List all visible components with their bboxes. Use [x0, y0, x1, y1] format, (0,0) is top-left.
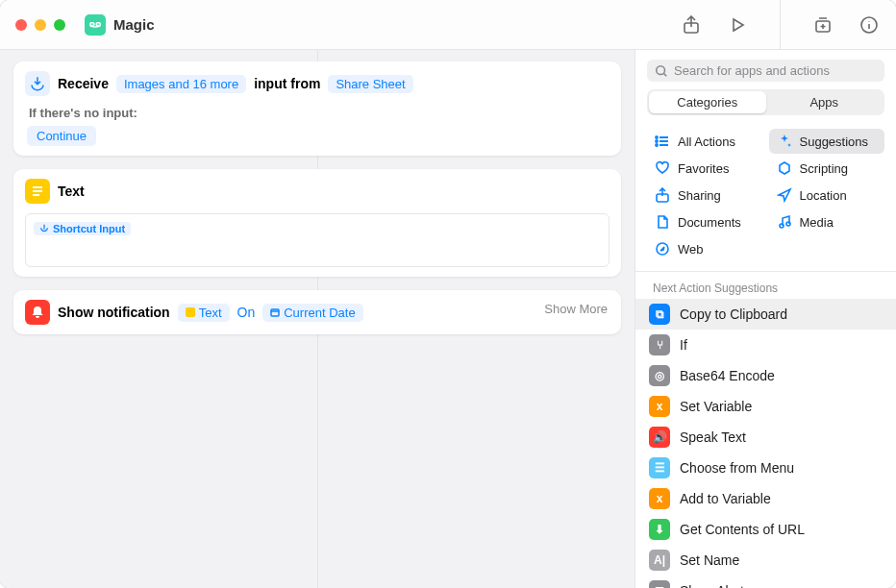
category-label: Documents	[678, 215, 741, 230]
category-documents[interactable]: Documents	[647, 209, 763, 234]
category-label: Scripting	[800, 161, 849, 176]
notification-title-token[interactable]: Text	[178, 304, 230, 322]
suggestion-copy-to-clipboard[interactable]: ⧉Copy to Clipboard	[635, 299, 896, 330]
category-favorites[interactable]: Favorites	[647, 156, 763, 181]
text-icon	[25, 179, 50, 204]
suggestion-label: Choose from Menu	[680, 460, 794, 476]
receive-action-card[interactable]: Receive Images and 16 more input from Sh…	[13, 61, 621, 156]
receive-verb: Receive	[58, 76, 109, 91]
suggestion-if[interactable]: ⑂If	[635, 330, 896, 360]
suggestion-show-alert[interactable]: ⊡Show Alert	[635, 576, 896, 588]
suggestion-icon: ⬇	[649, 519, 670, 540]
suggestion-choose-from-menu[interactable]: ☰Choose from Menu	[635, 453, 896, 483]
category-label: Favorites	[678, 161, 729, 176]
suggestion-icon: x	[649, 488, 670, 509]
workflow-editor[interactable]: Receive Images and 16 more input from Sh…	[0, 50, 635, 588]
minimize-window[interactable]	[35, 19, 46, 31]
category-web[interactable]: Web	[647, 236, 763, 261]
suggestion-icon: x	[649, 396, 670, 417]
suggestion-label: If	[680, 337, 687, 353]
show-more-button[interactable]: Show More	[544, 302, 608, 316]
library-button[interactable]	[811, 13, 834, 37]
suggestion-icon: A|	[649, 550, 670, 571]
svg-point-7	[657, 65, 665, 74]
info-button[interactable]	[858, 13, 881, 37]
suggestion-label: Speak Text	[680, 429, 746, 445]
action-library: Categories Apps All ActionsSuggestionsFa…	[635, 50, 896, 588]
notification-action-card[interactable]: Show More Show notification Text On Curr…	[13, 290, 621, 334]
category-scripting[interactable]: Scripting	[769, 156, 885, 181]
category-location[interactable]: Location	[769, 183, 885, 208]
search-field-container[interactable]	[647, 60, 884, 82]
search-input[interactable]	[674, 63, 877, 78]
svg-point-10	[656, 144, 658, 146]
notification-on: On	[237, 305, 256, 320]
pointer-icon	[777, 187, 792, 203]
run-button[interactable]	[726, 13, 749, 37]
shortcut-input-token[interactable]: Shortcut Input	[34, 222, 131, 235]
tab-apps[interactable]: Apps	[766, 91, 884, 113]
category-all-actions[interactable]: All Actions	[647, 129, 763, 154]
svg-rect-1	[96, 22, 100, 25]
suggestion-label: Set Variable	[680, 399, 752, 414]
shortcut-title[interactable]: Magic	[113, 16, 155, 33]
category-label: Location	[800, 188, 847, 203]
suggestion-icon: ◎	[649, 365, 670, 386]
category-label: Media	[800, 215, 834, 230]
svg-point-9	[656, 140, 658, 142]
category-suggestions[interactable]: Suggestions	[769, 129, 885, 154]
suggestion-icon: ⊡	[649, 580, 670, 588]
category-label: Suggestions	[800, 135, 869, 149]
suggestion-icon: ⑂	[649, 334, 670, 355]
receive-types-token[interactable]: Images and 16 more	[116, 75, 246, 93]
svg-rect-6	[271, 309, 279, 316]
svg-point-12	[780, 224, 784, 228]
notification-title: Show notification	[58, 305, 170, 320]
category-label: Web	[678, 242, 704, 257]
suggestion-base64-encode[interactable]: ◎Base64 Encode	[635, 360, 896, 391]
suggestions-header: Next Action Suggestions	[635, 272, 896, 299]
share-icon	[655, 187, 670, 203]
category-grid: All ActionsSuggestionsFavoritesScripting…	[635, 125, 896, 271]
suggestions-section: Next Action Suggestions ⧉Copy to Clipboa…	[635, 271, 896, 588]
svg-point-13	[786, 222, 790, 226]
search-icon	[655, 64, 668, 78]
share-button[interactable]	[680, 13, 703, 37]
suggestion-icon: ⧉	[649, 304, 670, 325]
window-controls	[15, 19, 65, 31]
no-input-fallback[interactable]: Continue	[27, 126, 96, 146]
library-segmented-control[interactable]: Categories Apps	[647, 89, 884, 115]
notification-body-token[interactable]: Current Date	[262, 304, 362, 322]
titlebar: Magic	[0, 0, 896, 50]
doc-icon	[655, 214, 670, 230]
fullscreen-window[interactable]	[54, 19, 65, 31]
scripting-icon	[777, 160, 792, 176]
category-media[interactable]: Media	[769, 209, 885, 234]
text-title: Text	[58, 184, 85, 199]
text-action-card[interactable]: Text Shortcut Input	[13, 169, 621, 277]
suggestion-label: Add to Variable	[680, 491, 771, 506]
svg-rect-5	[186, 307, 195, 317]
heart-icon	[655, 160, 670, 176]
receive-source-token[interactable]: Share Sheet	[328, 75, 412, 93]
suggestion-set-name[interactable]: A|Set Name	[635, 545, 896, 576]
category-label: Sharing	[678, 188, 721, 203]
suggestion-icon: 🔊	[649, 427, 670, 448]
suggestion-speak-text[interactable]: 🔊Speak Text	[635, 422, 896, 453]
text-field[interactable]: Shortcut Input	[25, 213, 610, 267]
suggestion-label: Copy to Clipboard	[680, 306, 787, 322]
shortcut-icon	[85, 14, 106, 36]
sparkle-icon	[777, 134, 792, 149]
suggestion-add-to-variable[interactable]: xAdd to Variable	[635, 483, 896, 514]
category-sharing[interactable]: Sharing	[647, 183, 763, 208]
svg-point-8	[656, 136, 658, 138]
suggestion-icon: ☰	[649, 457, 670, 478]
suggestion-set-variable[interactable]: xSet Variable	[635, 391, 896, 422]
svg-rect-0	[90, 22, 94, 25]
suggestion-label: Get Contents of URL	[680, 522, 805, 537]
tab-categories[interactable]: Categories	[649, 91, 766, 113]
suggestion-get-contents-of-url[interactable]: ⬇Get Contents of URL	[635, 514, 896, 545]
close-window[interactable]	[15, 19, 27, 31]
category-label: All Actions	[678, 135, 735, 149]
music-icon	[777, 214, 792, 230]
